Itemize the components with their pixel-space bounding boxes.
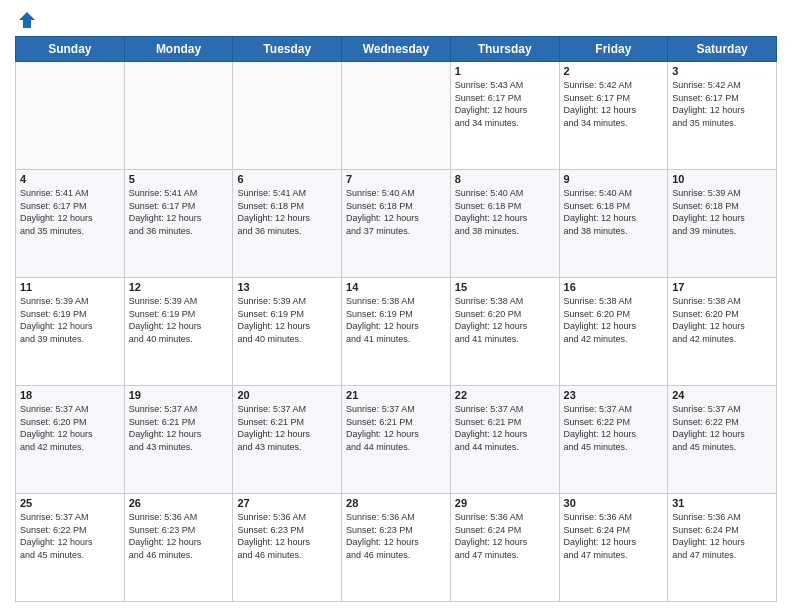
calendar-cell: 5Sunrise: 5:41 AM Sunset: 6:17 PM Daylig… bbox=[124, 170, 233, 278]
svg-marker-0 bbox=[19, 12, 35, 28]
day-info: Sunrise: 5:37 AM Sunset: 6:22 PM Dayligh… bbox=[564, 403, 664, 453]
day-info: Sunrise: 5:39 AM Sunset: 6:19 PM Dayligh… bbox=[129, 295, 229, 345]
calendar-cell: 6Sunrise: 5:41 AM Sunset: 6:18 PM Daylig… bbox=[233, 170, 342, 278]
day-info: Sunrise: 5:38 AM Sunset: 6:20 PM Dayligh… bbox=[455, 295, 555, 345]
day-info: Sunrise: 5:42 AM Sunset: 6:17 PM Dayligh… bbox=[564, 79, 664, 129]
day-number: 29 bbox=[455, 497, 555, 509]
calendar-cell: 9Sunrise: 5:40 AM Sunset: 6:18 PM Daylig… bbox=[559, 170, 668, 278]
weekday-header-wednesday: Wednesday bbox=[342, 37, 451, 62]
day-info: Sunrise: 5:36 AM Sunset: 6:24 PM Dayligh… bbox=[672, 511, 772, 561]
calendar-cell: 17Sunrise: 5:38 AM Sunset: 6:20 PM Dayli… bbox=[668, 278, 777, 386]
day-number: 5 bbox=[129, 173, 229, 185]
day-number: 16 bbox=[564, 281, 664, 293]
calendar-cell bbox=[342, 62, 451, 170]
day-info: Sunrise: 5:36 AM Sunset: 6:24 PM Dayligh… bbox=[564, 511, 664, 561]
weekday-header-friday: Friday bbox=[559, 37, 668, 62]
calendar-cell: 13Sunrise: 5:39 AM Sunset: 6:19 PM Dayli… bbox=[233, 278, 342, 386]
calendar-cell: 18Sunrise: 5:37 AM Sunset: 6:20 PM Dayli… bbox=[16, 386, 125, 494]
day-number: 26 bbox=[129, 497, 229, 509]
calendar-cell: 10Sunrise: 5:39 AM Sunset: 6:18 PM Dayli… bbox=[668, 170, 777, 278]
day-info: Sunrise: 5:40 AM Sunset: 6:18 PM Dayligh… bbox=[346, 187, 446, 237]
week-row-4: 25Sunrise: 5:37 AM Sunset: 6:22 PM Dayli… bbox=[16, 494, 777, 602]
weekday-header-sunday: Sunday bbox=[16, 37, 125, 62]
day-info: Sunrise: 5:36 AM Sunset: 6:24 PM Dayligh… bbox=[455, 511, 555, 561]
calendar-cell: 4Sunrise: 5:41 AM Sunset: 6:17 PM Daylig… bbox=[16, 170, 125, 278]
day-info: Sunrise: 5:37 AM Sunset: 6:22 PM Dayligh… bbox=[672, 403, 772, 453]
day-info: Sunrise: 5:40 AM Sunset: 6:18 PM Dayligh… bbox=[455, 187, 555, 237]
weekday-header-row: SundayMondayTuesdayWednesdayThursdayFrid… bbox=[16, 37, 777, 62]
weekday-header-thursday: Thursday bbox=[450, 37, 559, 62]
calendar-cell: 25Sunrise: 5:37 AM Sunset: 6:22 PM Dayli… bbox=[16, 494, 125, 602]
day-number: 2 bbox=[564, 65, 664, 77]
day-number: 13 bbox=[237, 281, 337, 293]
calendar-cell: 28Sunrise: 5:36 AM Sunset: 6:23 PM Dayli… bbox=[342, 494, 451, 602]
logo bbox=[15, 10, 37, 30]
day-number: 12 bbox=[129, 281, 229, 293]
day-number: 6 bbox=[237, 173, 337, 185]
day-info: Sunrise: 5:37 AM Sunset: 6:20 PM Dayligh… bbox=[20, 403, 120, 453]
calendar-cell: 29Sunrise: 5:36 AM Sunset: 6:24 PM Dayli… bbox=[450, 494, 559, 602]
day-info: Sunrise: 5:36 AM Sunset: 6:23 PM Dayligh… bbox=[237, 511, 337, 561]
day-info: Sunrise: 5:37 AM Sunset: 6:21 PM Dayligh… bbox=[129, 403, 229, 453]
weekday-header-tuesday: Tuesday bbox=[233, 37, 342, 62]
day-number: 8 bbox=[455, 173, 555, 185]
day-number: 17 bbox=[672, 281, 772, 293]
weekday-header-monday: Monday bbox=[124, 37, 233, 62]
week-row-0: 1Sunrise: 5:43 AM Sunset: 6:17 PM Daylig… bbox=[16, 62, 777, 170]
calendar-cell bbox=[124, 62, 233, 170]
calendar-cell: 20Sunrise: 5:37 AM Sunset: 6:21 PM Dayli… bbox=[233, 386, 342, 494]
calendar-cell: 1Sunrise: 5:43 AM Sunset: 6:17 PM Daylig… bbox=[450, 62, 559, 170]
day-number: 25 bbox=[20, 497, 120, 509]
calendar-cell: 26Sunrise: 5:36 AM Sunset: 6:23 PM Dayli… bbox=[124, 494, 233, 602]
day-info: Sunrise: 5:38 AM Sunset: 6:20 PM Dayligh… bbox=[564, 295, 664, 345]
calendar-cell: 22Sunrise: 5:37 AM Sunset: 6:21 PM Dayli… bbox=[450, 386, 559, 494]
calendar-cell: 15Sunrise: 5:38 AM Sunset: 6:20 PM Dayli… bbox=[450, 278, 559, 386]
day-info: Sunrise: 5:43 AM Sunset: 6:17 PM Dayligh… bbox=[455, 79, 555, 129]
calendar-cell: 3Sunrise: 5:42 AM Sunset: 6:17 PM Daylig… bbox=[668, 62, 777, 170]
day-number: 18 bbox=[20, 389, 120, 401]
day-info: Sunrise: 5:41 AM Sunset: 6:18 PM Dayligh… bbox=[237, 187, 337, 237]
calendar-cell bbox=[16, 62, 125, 170]
calendar-cell: 30Sunrise: 5:36 AM Sunset: 6:24 PM Dayli… bbox=[559, 494, 668, 602]
day-info: Sunrise: 5:40 AM Sunset: 6:18 PM Dayligh… bbox=[564, 187, 664, 237]
day-number: 20 bbox=[237, 389, 337, 401]
week-row-2: 11Sunrise: 5:39 AM Sunset: 6:19 PM Dayli… bbox=[16, 278, 777, 386]
day-number: 14 bbox=[346, 281, 446, 293]
week-row-1: 4Sunrise: 5:41 AM Sunset: 6:17 PM Daylig… bbox=[16, 170, 777, 278]
calendar-cell: 2Sunrise: 5:42 AM Sunset: 6:17 PM Daylig… bbox=[559, 62, 668, 170]
day-info: Sunrise: 5:36 AM Sunset: 6:23 PM Dayligh… bbox=[346, 511, 446, 561]
day-info: Sunrise: 5:38 AM Sunset: 6:19 PM Dayligh… bbox=[346, 295, 446, 345]
day-number: 9 bbox=[564, 173, 664, 185]
day-number: 23 bbox=[564, 389, 664, 401]
day-info: Sunrise: 5:42 AM Sunset: 6:17 PM Dayligh… bbox=[672, 79, 772, 129]
day-info: Sunrise: 5:41 AM Sunset: 6:17 PM Dayligh… bbox=[129, 187, 229, 237]
day-info: Sunrise: 5:41 AM Sunset: 6:17 PM Dayligh… bbox=[20, 187, 120, 237]
week-row-3: 18Sunrise: 5:37 AM Sunset: 6:20 PM Dayli… bbox=[16, 386, 777, 494]
day-info: Sunrise: 5:37 AM Sunset: 6:21 PM Dayligh… bbox=[346, 403, 446, 453]
day-info: Sunrise: 5:39 AM Sunset: 6:19 PM Dayligh… bbox=[237, 295, 337, 345]
logo-icon bbox=[17, 10, 37, 30]
calendar-table: SundayMondayTuesdayWednesdayThursdayFrid… bbox=[15, 36, 777, 602]
day-number: 21 bbox=[346, 389, 446, 401]
day-info: Sunrise: 5:36 AM Sunset: 6:23 PM Dayligh… bbox=[129, 511, 229, 561]
header bbox=[15, 10, 777, 30]
calendar-cell: 31Sunrise: 5:36 AM Sunset: 6:24 PM Dayli… bbox=[668, 494, 777, 602]
calendar-cell: 16Sunrise: 5:38 AM Sunset: 6:20 PM Dayli… bbox=[559, 278, 668, 386]
calendar-cell: 12Sunrise: 5:39 AM Sunset: 6:19 PM Dayli… bbox=[124, 278, 233, 386]
calendar-cell: 19Sunrise: 5:37 AM Sunset: 6:21 PM Dayli… bbox=[124, 386, 233, 494]
day-number: 11 bbox=[20, 281, 120, 293]
day-info: Sunrise: 5:39 AM Sunset: 6:19 PM Dayligh… bbox=[20, 295, 120, 345]
day-number: 15 bbox=[455, 281, 555, 293]
day-info: Sunrise: 5:38 AM Sunset: 6:20 PM Dayligh… bbox=[672, 295, 772, 345]
day-number: 28 bbox=[346, 497, 446, 509]
calendar-cell: 11Sunrise: 5:39 AM Sunset: 6:19 PM Dayli… bbox=[16, 278, 125, 386]
day-number: 22 bbox=[455, 389, 555, 401]
day-number: 19 bbox=[129, 389, 229, 401]
calendar-cell bbox=[233, 62, 342, 170]
calendar-cell: 23Sunrise: 5:37 AM Sunset: 6:22 PM Dayli… bbox=[559, 386, 668, 494]
day-number: 1 bbox=[455, 65, 555, 77]
page: SundayMondayTuesdayWednesdayThursdayFrid… bbox=[0, 0, 792, 612]
day-info: Sunrise: 5:37 AM Sunset: 6:21 PM Dayligh… bbox=[237, 403, 337, 453]
calendar-cell: 7Sunrise: 5:40 AM Sunset: 6:18 PM Daylig… bbox=[342, 170, 451, 278]
calendar-cell: 14Sunrise: 5:38 AM Sunset: 6:19 PM Dayli… bbox=[342, 278, 451, 386]
